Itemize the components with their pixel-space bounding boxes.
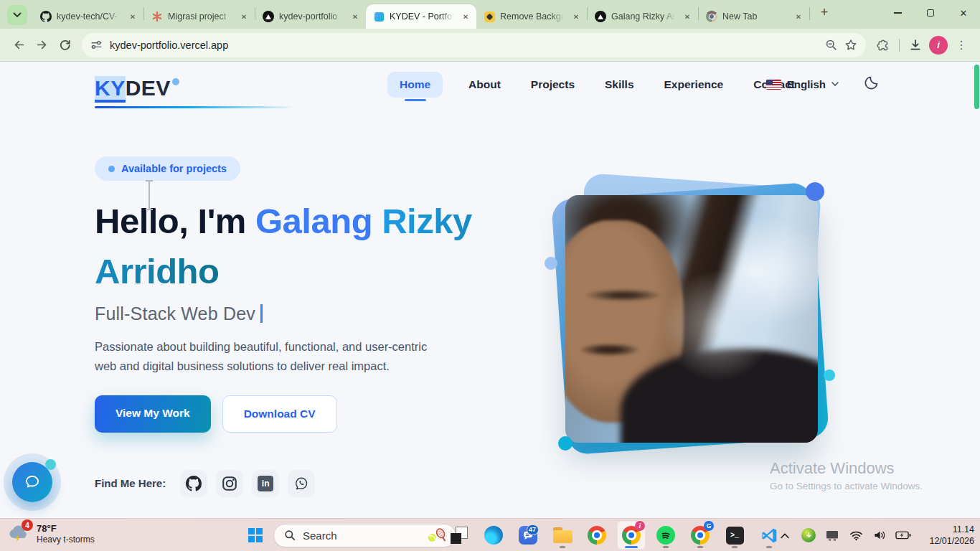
search-icon xyxy=(284,529,296,541)
nav-item-home[interactable]: Home xyxy=(387,72,443,98)
back-button[interactable] xyxy=(7,34,30,57)
extensions-button[interactable] xyxy=(872,34,895,57)
weather-text: 78°F Heavy t-storms xyxy=(37,523,95,545)
language-selector[interactable]: English xyxy=(766,78,839,90)
theme-toggle[interactable] xyxy=(863,75,880,94)
site-logo[interactable]: KYDEV xyxy=(95,76,179,100)
tab-close-icon[interactable]: ✕ xyxy=(570,11,582,22)
github-icon xyxy=(186,476,202,491)
clock-time: 11.14 xyxy=(929,524,974,535)
toolbar-divider xyxy=(899,39,900,52)
taskbar-search[interactable]: Search xyxy=(273,524,456,547)
kydev-favicon-icon xyxy=(373,11,385,22)
downloads-button[interactable] xyxy=(904,34,927,57)
chat-unread-badge: 47 xyxy=(527,524,539,535)
new-tab-button[interactable]: + xyxy=(814,3,834,23)
url-text: kydev-portfolio.vercel.app xyxy=(110,39,818,51)
minimize-button[interactable] xyxy=(881,0,914,26)
logo-text-ky: KY xyxy=(95,76,126,100)
nav-item-experience[interactable]: Experience xyxy=(660,72,728,98)
spotify-button[interactable] xyxy=(651,521,680,550)
tab-close-icon[interactable]: ✕ xyxy=(793,11,804,22)
bookmark-star-icon[interactable] xyxy=(844,39,857,52)
github-favicon-icon xyxy=(40,11,52,22)
profile-avatar[interactable]: i xyxy=(927,34,950,57)
typing-caret xyxy=(260,304,263,323)
hero-photo-composition xyxy=(550,179,844,463)
browser-menu-button[interactable]: ⋮ xyxy=(950,34,973,57)
linkedin-link[interactable]: in xyxy=(252,470,279,497)
nav-item-skills[interactable]: Skills xyxy=(600,72,639,98)
download-cv-button[interactable]: Download CV xyxy=(222,395,337,433)
page-scrollbar-thumb[interactable] xyxy=(974,65,979,109)
reload-button[interactable] xyxy=(53,34,76,57)
battery-tray-button[interactable] xyxy=(895,527,911,543)
github-link[interactable] xyxy=(180,470,207,497)
weather-widget[interactable]: 4 78°F Heavy t-storms xyxy=(7,522,95,545)
display-tray-button[interactable] xyxy=(824,527,840,543)
social-label: Find Me Here: xyxy=(95,477,166,489)
screen: kydev-tech/CV- ✕ Migrasi project ✕ kydev… xyxy=(0,0,980,551)
weather-alert-badge: 4 xyxy=(22,519,33,531)
idm-icon xyxy=(801,528,816,542)
teams-chat-button[interactable]: 47 xyxy=(514,521,542,550)
tab-remove-background[interactable]: Remove Backgro ✕ xyxy=(476,4,587,29)
tray-expand-button[interactable] xyxy=(777,527,793,543)
tab-close-icon[interactable]: ✕ xyxy=(238,11,250,22)
text-cursor xyxy=(149,180,150,210)
chrome-profile-button-active[interactable]: i xyxy=(617,521,646,550)
wifi-tray-button[interactable] xyxy=(848,527,864,543)
site-info-icon[interactable] xyxy=(90,39,103,51)
chrome-button[interactable] xyxy=(583,521,611,550)
whatsapp-icon xyxy=(293,476,309,491)
watermark-title: Activate Windows xyxy=(770,459,923,478)
instagram-link[interactable] xyxy=(216,470,243,497)
terminal-button[interactable]: >_ xyxy=(720,521,749,550)
logo-underline xyxy=(95,106,296,108)
folder-icon xyxy=(553,527,573,543)
tab-github-repo[interactable]: kydev-tech/CV- ✕ xyxy=(33,4,143,29)
nav-item-about[interactable]: About xyxy=(464,72,505,98)
hero-description: Passionate about building beautiful, fun… xyxy=(95,337,439,375)
taskbar-clock[interactable]: 11.14 12/01/2026 xyxy=(929,524,974,547)
clock-date: 12/01/2026 xyxy=(929,535,974,547)
nav-item-projects[interactable]: Projects xyxy=(527,72,579,98)
chrome-guest-button[interactable]: G xyxy=(686,521,715,550)
photo-light-flare xyxy=(661,270,775,381)
tab-close-icon[interactable]: ✕ xyxy=(349,11,361,22)
vercel-favicon-icon xyxy=(595,11,606,22)
starburst-favicon-icon xyxy=(151,11,163,22)
tab-galang-rizky[interactable]: Galang Rizky Arri ✕ xyxy=(588,4,698,29)
hero-role: Full-Stack Web Dev xyxy=(95,303,496,324)
tab-close-icon[interactable]: ✕ xyxy=(682,11,693,22)
idm-tray-button[interactable] xyxy=(801,527,816,543)
tab-search-button[interactable] xyxy=(7,5,27,25)
tab-title: kydev-portfolio xyxy=(279,11,344,22)
whatsapp-link[interactable] xyxy=(288,470,315,497)
volume-tray-button[interactable] xyxy=(872,527,887,543)
tab-close-icon[interactable]: ✕ xyxy=(127,11,138,22)
tab-migrasi-project[interactable]: Migrasi project ✕ xyxy=(144,4,255,29)
address-bar[interactable]: kydev-portfolio.vercel.app xyxy=(82,33,866,57)
zoom-page-icon[interactable] xyxy=(825,39,837,51)
tab-kydev-portfolio-vercel[interactable]: kydev-portfolio ✕ xyxy=(255,4,366,29)
start-button[interactable] xyxy=(241,521,270,550)
maximize-button[interactable] xyxy=(914,0,947,26)
close-button[interactable]: ✕ xyxy=(947,0,980,26)
file-explorer-button[interactable] xyxy=(548,521,577,550)
forward-button[interactable] xyxy=(30,34,53,57)
task-view-button[interactable] xyxy=(445,521,473,550)
download-icon xyxy=(909,39,922,52)
tab-close-icon[interactable]: ✕ xyxy=(460,11,471,22)
edge-button[interactable] xyxy=(479,521,508,550)
logo-text-dev: DEV xyxy=(126,76,171,100)
chat-widget-button[interactable] xyxy=(4,453,61,511)
tab-new-tab[interactable]: New Tab ✕ xyxy=(699,4,809,29)
tab-kydev-portfolio-active[interactable]: KYDEV - Portfoli ✕ xyxy=(366,4,476,29)
vercel-favicon-icon xyxy=(263,11,274,22)
site-header: KYDEV Home About Projects Skills Experie… xyxy=(0,62,980,116)
hero-title: Hello, I'm Galang Rizky Arridho xyxy=(95,197,486,296)
tab-title: kydev-tech/CV- xyxy=(57,11,122,22)
tab-title: Remove Backgro xyxy=(500,11,565,22)
view-my-work-button[interactable]: View My Work xyxy=(95,395,211,433)
